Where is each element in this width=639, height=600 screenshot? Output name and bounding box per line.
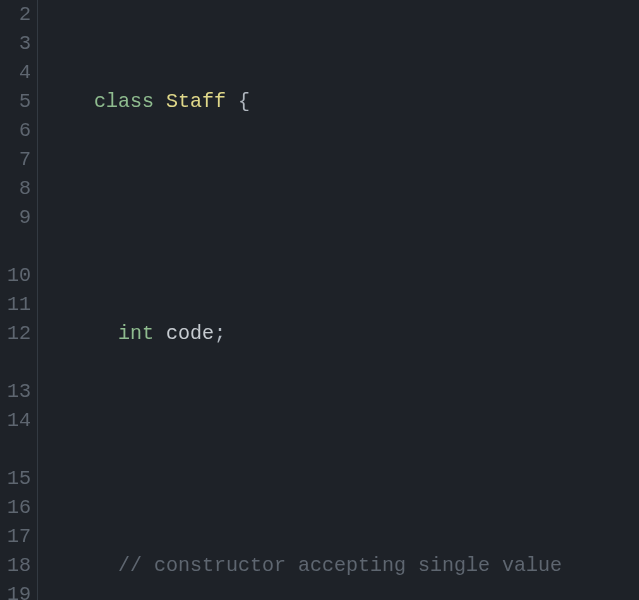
code-line[interactable]: // constructor accepting single value: [46, 551, 639, 580]
line-number: 17: [0, 522, 31, 551]
line-number: 16: [0, 493, 31, 522]
line-number: 10: [0, 261, 31, 290]
line-number: 19: [0, 580, 31, 600]
line-number: 15: [0, 464, 31, 493]
line-number: 5: [0, 87, 31, 116]
line-number: 8: [0, 174, 31, 203]
line-number: 7: [0, 145, 31, 174]
line-number: [0, 348, 31, 377]
identifier: code: [166, 322, 214, 345]
line-number: 3: [0, 29, 31, 58]
line-number: 11: [0, 290, 31, 319]
line-number: 2: [0, 0, 31, 29]
line-number: 4: [0, 58, 31, 87]
line-number: 9: [0, 203, 31, 232]
type-name: Staff: [166, 90, 226, 113]
code-line[interactable]: class Staff {: [46, 87, 639, 116]
keyword-class: class: [94, 90, 154, 113]
line-number: 13: [0, 377, 31, 406]
line-number: [0, 435, 31, 464]
code-editor[interactable]: 2 3 4 5 6 7 8 9 10 11 12 13 14 15 16 17 …: [0, 0, 639, 600]
line-number: 6: [0, 116, 31, 145]
code-line[interactable]: [46, 203, 639, 232]
line-number: 12: [0, 319, 31, 348]
line-number: 14: [0, 406, 31, 435]
code-line[interactable]: int code;: [46, 319, 639, 348]
code-area[interactable]: class Staff { int code; // constructor a…: [38, 0, 639, 600]
line-number: 18: [0, 551, 31, 580]
code-line[interactable]: [46, 435, 639, 464]
keyword-int: int: [118, 322, 154, 345]
comment: // constructor accepting single value: [118, 554, 562, 577]
line-number: [0, 232, 31, 261]
brace-open: {: [238, 90, 250, 113]
line-number-gutter: 2 3 4 5 6 7 8 9 10 11 12 13 14 15 16 17 …: [0, 0, 38, 600]
